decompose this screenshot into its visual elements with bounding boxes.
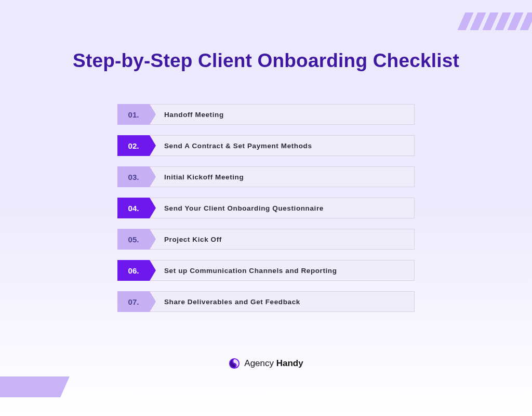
decoration-shape-bottom-left (0, 376, 70, 397)
step-row-04: 04. Send Your Client Onboarding Question… (117, 198, 415, 218)
step-label: Share Deliverables and Get Feedback (164, 298, 300, 306)
step-badge: 03. (117, 166, 150, 187)
brand-name-first: Agency (244, 358, 276, 368)
step-label: Send Your Client Onboarding Questionnair… (164, 204, 324, 212)
decoration-stripes-top-right (461, 12, 532, 30)
checklist: 01. Handoff Meeting 02. Send A Contract … (117, 104, 415, 312)
step-badge: 05. (117, 229, 150, 250)
step-row-07: 07. Share Deliverables and Get Feedback (117, 291, 415, 312)
brand-name-second: Handy (276, 358, 303, 368)
step-badge: 02. (117, 135, 150, 156)
brand-name: Agency Handy (244, 358, 303, 369)
step-row-02: 02. Send A Contract & Set Payment Method… (117, 135, 415, 156)
page-title: Step-by-Step Client Onboarding Checklist (0, 50, 532, 72)
step-row-03: 03. Initial Kickoff Meeting (117, 166, 415, 187)
brand-logo-icon (229, 358, 240, 369)
step-badge: 04. (117, 198, 150, 218)
step-row-06: 06. Set up Communication Channels and Re… (117, 260, 415, 281)
step-label: Project Kick Off (164, 236, 222, 243)
step-badge: 01. (117, 104, 150, 125)
step-badge: 06. (117, 260, 150, 281)
step-row-01: 01. Handoff Meeting (117, 104, 415, 125)
step-label: Initial Kickoff Meeting (164, 173, 244, 181)
step-label: Send A Contract & Set Payment Methods (164, 142, 312, 150)
step-badge: 07. (117, 291, 150, 312)
step-label: Handoff Meeting (164, 111, 224, 119)
step-row-05: 05. Project Kick Off (117, 229, 415, 250)
step-label: Set up Communication Channels and Report… (164, 267, 337, 275)
brand-logo-lockup: Agency Handy (0, 358, 532, 369)
